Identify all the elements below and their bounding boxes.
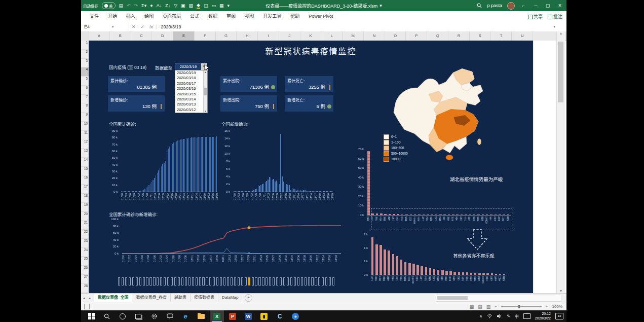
- slicer-box[interactable]: [174, 277, 176, 285]
- row-header-5[interactable]: 5: [81, 77, 89, 86]
- switch-windows-icon[interactable]: ▦: [219, 4, 224, 8]
- slicer-box[interactable]: [160, 277, 162, 285]
- taskbar-clash-icon[interactable]: C: [273, 310, 287, 322]
- slicer-box[interactable]: [273, 277, 275, 285]
- slicer-box[interactable]: [223, 277, 225, 285]
- column-header-N[interactable]: N: [364, 31, 385, 41]
- column-header-Q[interactable]: Q: [427, 31, 448, 41]
- column-header-O[interactable]: O: [385, 31, 406, 41]
- slicer-box[interactable]: [308, 277, 310, 285]
- volume-icon[interactable]: [497, 314, 502, 318]
- filter-icon[interactable]: ▽: [174, 4, 177, 8]
- slicer-box[interactable]: [332, 277, 334, 285]
- sheet-tab-数据仪表盘_各省[interactable]: 数据仪表盘_各省: [132, 294, 170, 303]
- slicer-box[interactable]: [266, 277, 268, 285]
- slicer-box[interactable]: [149, 277, 151, 285]
- pen-icon[interactable]: ✎: [507, 314, 510, 318]
- sheet-tab-数据仪表盘_全国[interactable]: 数据仪表盘_全国: [94, 294, 132, 303]
- cancel-icon[interactable]: ✕: [129, 24, 138, 29]
- ribbon-tab-开发工具[interactable]: 开发工具: [258, 11, 286, 22]
- column-header-J[interactable]: J: [279, 31, 300, 41]
- vertical-scrollbar[interactable]: ▲▼: [556, 31, 565, 293]
- slicer-box[interactable]: [139, 277, 141, 285]
- taskbar-cortana-icon[interactable]: [116, 310, 130, 322]
- slicer-box[interactable]: [262, 277, 264, 285]
- slicer-box[interactable]: [125, 277, 127, 285]
- row-header-1[interactable]: 1: [81, 41, 89, 50]
- column-header-D[interactable]: D: [152, 31, 173, 41]
- share-button[interactable]: 共享: [528, 13, 543, 20]
- row-header-10[interactable]: 10: [81, 122, 89, 131]
- taskbar-browser-icon[interactable]: ◕: [288, 310, 302, 322]
- ribbon-tab-Power Pivot[interactable]: Power Pivot: [304, 11, 337, 22]
- row-header-15[interactable]: 15: [81, 167, 89, 176]
- clock[interactable]: 20:12 2020/3/22: [535, 312, 551, 321]
- formula-bar-expand-icon[interactable]: ▾: [553, 25, 555, 29]
- slicer-box[interactable]: [252, 277, 254, 285]
- taskbar-search-icon[interactable]: [100, 310, 114, 322]
- dropdown-option[interactable]: 2020/03/19: [175, 70, 204, 76]
- slicer-box[interactable]: [213, 277, 215, 285]
- row-header-16[interactable]: 16: [81, 175, 89, 185]
- normal-view-icon[interactable]: ▦: [470, 304, 474, 309]
- row-header-21[interactable]: 21: [81, 221, 89, 230]
- slicer-box[interactable]: [167, 277, 169, 285]
- name-box[interactable]: E4▾: [81, 22, 129, 31]
- slicer-box[interactable]: [297, 277, 299, 285]
- slicer-box[interactable]: [290, 277, 292, 285]
- dropdown-option[interactable]: 2020/03/12: [175, 108, 204, 113]
- redo-icon[interactable]: ↷: [134, 4, 138, 8]
- add-sheet-button[interactable]: +: [245, 294, 252, 302]
- more-commands-icon[interactable]: ▾: [228, 4, 230, 8]
- horizontal-scrollbar-thumb[interactable]: [437, 296, 468, 300]
- row-header-19[interactable]: 19: [81, 203, 89, 212]
- slicer-box[interactable]: [199, 277, 201, 285]
- taskbar-task-view-icon[interactable]: [131, 310, 145, 322]
- slicer-box[interactable]: [255, 277, 257, 285]
- camera-icon[interactable]: ▭: [212, 4, 216, 8]
- minimize-button[interactable]: ─: [532, 3, 539, 8]
- slicer-box[interactable]: [294, 277, 296, 285]
- row-header-7[interactable]: 7: [81, 95, 89, 104]
- autosum-icon[interactable]: Σ▾: [141, 4, 146, 8]
- slicer-box[interactable]: [146, 277, 148, 285]
- slicer-box[interactable]: [164, 277, 166, 285]
- slicer-box[interactable]: [157, 277, 159, 285]
- slicer-box[interactable]: [118, 277, 120, 285]
- slicer-box[interactable]: [185, 277, 187, 285]
- slicer-box[interactable]: [231, 277, 233, 285]
- slicer-box[interactable]: [206, 277, 208, 285]
- slicer-box[interactable]: [136, 277, 138, 285]
- sheet-tab-DataMap[interactable]: DataMap: [218, 294, 242, 303]
- fill-color-icon[interactable]: ◆: [197, 3, 200, 9]
- user-name[interactable]: p pasta: [487, 3, 502, 8]
- select-all-corner[interactable]: [81, 31, 89, 41]
- slicer-box[interactable]: [305, 277, 307, 285]
- row-header-27[interactable]: 27: [81, 275, 89, 284]
- row-header-13[interactable]: 13: [81, 149, 89, 158]
- save-icon[interactable]: ▤: [119, 4, 124, 8]
- sheet-tab-辅助表[interactable]: 辅助表: [171, 294, 191, 303]
- slicer-box[interactable]: [238, 277, 240, 285]
- ribbon-tab-页面布局[interactable]: 页面布局: [158, 11, 185, 22]
- slicer-box[interactable]: [248, 277, 250, 285]
- ribbon-tab-文件[interactable]: 文件: [85, 11, 103, 22]
- taskbar-start-icon[interactable]: [84, 310, 98, 322]
- avatar[interactable]: [507, 2, 515, 10]
- dropdown-option[interactable]: 2020/03/17: [175, 81, 204, 86]
- row-header-6[interactable]: 6: [81, 86, 89, 95]
- slicer-box[interactable]: [202, 277, 204, 285]
- row-header-25[interactable]: 25: [81, 257, 89, 266]
- row-header-8[interactable]: 8: [81, 103, 89, 113]
- clear-filter-icon[interactable]: ▧: [189, 4, 194, 8]
- taskbar-powerpoint-icon[interactable]: P: [225, 310, 240, 322]
- horizontal-scrollbar[interactable]: [436, 295, 561, 302]
- page-break-view-icon[interactable]: ▥: [486, 304, 491, 309]
- slicer-box[interactable]: [301, 277, 303, 285]
- column-header-S[interactable]: S: [470, 31, 491, 41]
- slicer-box[interactable]: [216, 277, 218, 285]
- touch-keyboard-icon[interactable]: [523, 313, 531, 319]
- dropdown-option[interactable]: 2020/03/14: [175, 97, 204, 102]
- slicer-box[interactable]: [315, 277, 317, 285]
- column-header-E[interactable]: E: [173, 31, 195, 41]
